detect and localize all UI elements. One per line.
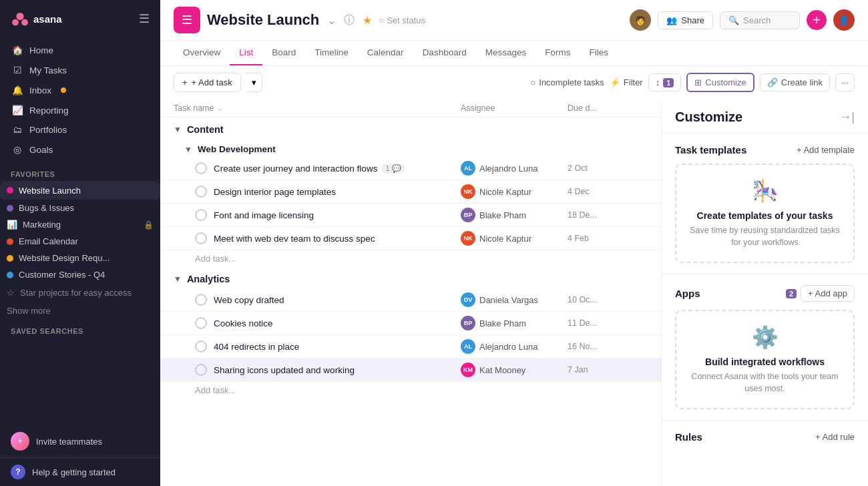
task-check-t4[interactable] [195,232,207,244]
sidebar-item-bugs-issues[interactable]: Bugs & Issues [0,200,160,216]
add-task-dropdown[interactable]: ▾ [246,73,262,92]
sidebar-item-goals[interactable]: ◎ Goals [5,140,155,160]
task-name-t8: Sharing icons updated and working [214,365,461,375]
task-row[interactable]: Cookies notice BP Blake Pham 11 De... [160,312,661,335]
sidebar-item-website-design[interactable]: Website Design Requ... [0,250,160,266]
task-row[interactable]: Meet with web dev team to discuss spec N… [160,227,661,250]
subsection-toggle-web-dev[interactable]: ▼ [184,145,192,154]
sidebar-item-reporting[interactable]: 📈 Reporting [5,100,155,120]
chevron-down-btn[interactable]: ⌄ [326,13,337,28]
filter-btn[interactable]: ⚡ Filter [610,77,643,87]
add-task-inline-webdev[interactable]: Add task... [160,250,661,267]
task-check-t8[interactable] [195,364,207,376]
info-btn[interactable]: ⓘ [343,12,356,29]
task-name-t2: Design interior page templates [214,187,461,197]
task-row[interactable]: Create user journey and interaction flow… [160,157,661,180]
sidebar-item-marketing[interactable]: 📊 Marketing 🔒 [0,216,160,233]
circle-check-icon: ○ [530,77,535,87]
customize-icon: ⊞ [694,77,702,87]
sidebar-nav: 🏠 Home ☑ My Tasks 🔔 Inbox 📈 Reporting 🗂 … [0,37,160,162]
target-icon: ◎ [12,144,23,155]
circle-icon: ○ [379,15,384,25]
sidebar-item-inbox[interactable]: 🔔 Inbox [5,80,155,100]
apps-card-title: Build integrated workflows [690,356,840,367]
task-check-t3[interactable] [195,209,207,221]
col-header-due: Due d... [568,103,648,113]
tab-board[interactable]: Board [262,41,305,65]
sidebar-item-website-launch[interactable]: Website Launch ··· [0,181,160,200]
tab-forms[interactable]: Forms [535,41,580,65]
tab-messages[interactable]: Messages [476,41,536,65]
add-task-inline-analytics[interactable]: Add task... [160,382,661,399]
tab-dashboard[interactable]: Dashboard [413,41,476,65]
bar-chart-icon: 📊 [7,220,17,230]
task-assignee-t7: AL Alejandro Luna [461,339,568,354]
task-check-t7[interactable] [195,340,207,352]
invite-teammates-btn[interactable]: + Invite teammates [0,425,160,457]
task-check-t6[interactable] [195,317,207,329]
add-template-btn[interactable]: + Add template [797,145,855,155]
inbox-badge [61,87,66,93]
add-rule-btn[interactable]: + Add rule [815,432,855,442]
incomplete-tasks-btn[interactable]: ○ Incomplete tasks [530,77,604,87]
user-avatar-2[interactable]: 👤 [833,9,855,31]
sort-btn[interactable]: ↕ 1 [648,73,682,91]
sidebar-item-my-tasks[interactable]: ☑ My Tasks [5,60,155,80]
task-row[interactable]: 404 redirects in place AL Alejandro Luna… [160,335,661,358]
chart-icon: 📈 [12,105,23,115]
fav-dot-bugs [7,205,13,212]
tab-overview[interactable]: Overview [174,41,230,65]
apps-card: ⚙️ Build integrated workflows Connect As… [675,310,855,409]
sort-badge: 1 [663,78,674,87]
show-more-btn[interactable]: Show more [0,302,160,319]
toolbar-right: ○ Incomplete tasks ⚡ Filter ↕ 1 ⊞ Custom… [530,73,855,92]
comment-badge-t1: 1 💬 [381,164,405,174]
sidebar-item-home[interactable]: 🏠 Home [5,40,155,60]
share-btn[interactable]: 👥 Share [658,11,713,29]
create-link-btn[interactable]: 🔗 Create link [760,73,830,91]
task-due-t5: 10 Oc... [568,295,648,304]
task-check-t1[interactable] [195,162,207,174]
plus-icon: + [182,77,188,87]
top-bar-right: 🧑 👥 Share 🔍 Search + 👤 [630,9,855,31]
help-btn[interactable]: ? Help & getting started [0,457,160,486]
favorites-section-title: Favorites [0,162,160,181]
fav-dot-customer [7,272,13,278]
project-icon-btn[interactable]: ☰ [174,7,200,33]
task-row[interactable]: Sharing icons updated and working KM Kat… [160,358,661,382]
task-row[interactable]: Design interior page templates NK Nicole… [160,180,661,204]
customize-btn[interactable]: ⊞ Customize [686,73,754,92]
task-name-t4: Meet with web dev team to discuss spec [214,234,461,244]
svg-point-1 [12,19,19,26]
add-new-btn[interactable]: + [807,10,827,30]
search-bar[interactable]: 🔍 Search [720,11,800,29]
tab-calendar[interactable]: Calendar [358,41,413,65]
tab-list[interactable]: List [230,41,262,65]
col-header-assignee: Assignee [461,103,568,113]
user-avatar[interactable]: 🧑 [630,9,651,31]
sidebar-header: asana ☰ [0,0,160,37]
task-check-t2[interactable] [195,186,207,198]
svg-point-2 [21,19,28,26]
task-row[interactable]: Web copy drafted DV Daniela Vargas 10 Oc… [160,288,661,312]
sidebar-item-customer-stories[interactable]: Customer Stories - Q4 [0,266,160,283]
set-status-btn[interactable]: ○ Set status [379,15,425,25]
star-favorite-btn[interactable]: ★ [361,13,373,28]
tab-timeline[interactable]: Timeline [305,41,358,65]
section-toggle-content[interactable]: ▼ [174,125,182,134]
task-area: Task name ⌄ Assignee Due d... ▼ Content … [160,99,868,486]
task-row[interactable]: Font and image licensing BP Blake Pham 1… [160,204,661,227]
more-options-btn[interactable]: ··· [835,73,855,91]
add-task-btn[interactable]: + + Add task [174,73,241,92]
sidebar-item-email-calendar[interactable]: Email Calendar [0,233,160,250]
svg-point-0 [16,13,23,20]
hamburger-icon[interactable]: ☰ [139,11,150,26]
tab-files[interactable]: Files [580,41,618,65]
close-panel-btn[interactable]: →| [839,110,855,124]
task-name-t3: Font and image licensing [214,210,461,220]
sidebar-item-portfolios[interactable]: 🗂 Portfolios [5,120,155,140]
section-toggle-analytics[interactable]: ▼ [174,274,182,284]
task-check-t5[interactable] [195,294,207,306]
add-app-btn[interactable]: + Add app [801,285,855,302]
apps-header: Apps 2 + Add app [675,285,855,302]
